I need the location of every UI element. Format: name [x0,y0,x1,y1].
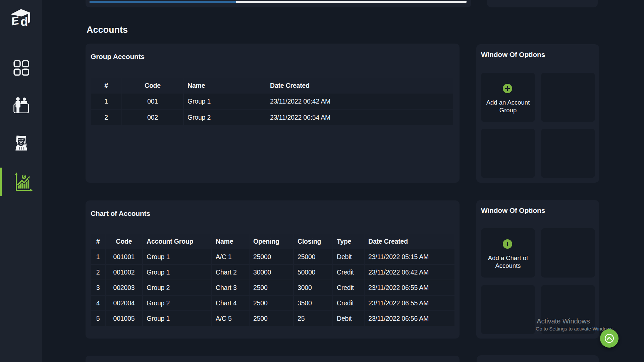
svg-text:$: $ [23,175,25,179]
svg-text:E: E [11,14,19,26]
svg-text:d: d [20,15,28,26]
